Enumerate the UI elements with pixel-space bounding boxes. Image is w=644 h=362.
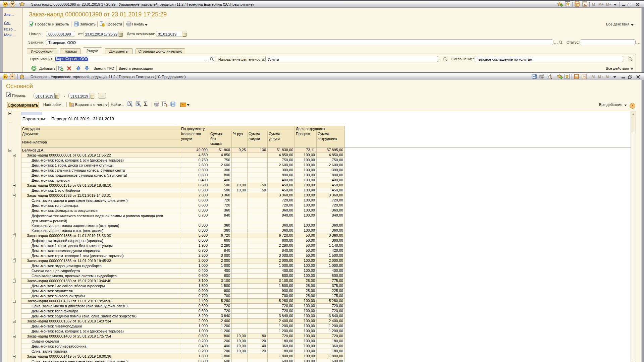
svg-text:?: ? xyxy=(631,104,633,108)
svg-text:c: c xyxy=(131,105,132,107)
svg-text:1C: 1C xyxy=(4,75,8,78)
svg-text:31: 31 xyxy=(583,3,587,6)
svg-text:1C: 1C xyxy=(4,3,8,6)
svg-text:c: c xyxy=(140,105,141,107)
svg-text:31: 31 xyxy=(583,75,586,79)
